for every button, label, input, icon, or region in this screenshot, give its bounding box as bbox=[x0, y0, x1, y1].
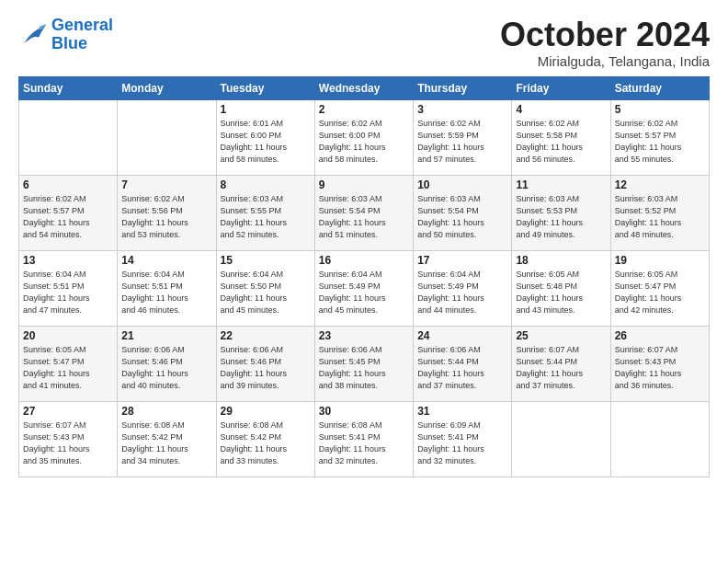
table-row bbox=[118, 99, 216, 175]
table-row: 23Sunrise: 6:06 AM Sunset: 5:45 PM Dayli… bbox=[314, 326, 413, 401]
day-number: 3 bbox=[417, 103, 507, 116]
table-row: 18Sunrise: 6:05 AM Sunset: 5:48 PM Dayli… bbox=[512, 250, 610, 326]
day-info: Sunrise: 6:03 AM Sunset: 5:52 PM Dayligh… bbox=[615, 193, 705, 241]
day-number: 13 bbox=[23, 254, 113, 267]
table-row bbox=[19, 99, 118, 175]
day-info: Sunrise: 6:07 AM Sunset: 5:43 PM Dayligh… bbox=[23, 419, 113, 467]
day-number: 8 bbox=[221, 178, 311, 191]
table-row: 28Sunrise: 6:08 AM Sunset: 5:42 PM Dayli… bbox=[118, 401, 216, 477]
col-sunday: Sunday bbox=[19, 76, 118, 99]
day-info: Sunrise: 6:02 AM Sunset: 5:57 PM Dayligh… bbox=[615, 118, 705, 166]
day-number: 9 bbox=[319, 178, 409, 191]
table-row: 30Sunrise: 6:08 AM Sunset: 5:41 PM Dayli… bbox=[314, 401, 413, 477]
day-info: Sunrise: 6:04 AM Sunset: 5:50 PM Dayligh… bbox=[221, 269, 311, 316]
table-row: 11Sunrise: 6:03 AM Sunset: 5:53 PM Dayli… bbox=[512, 175, 610, 250]
table-row: 10Sunrise: 6:03 AM Sunset: 5:54 PM Dayli… bbox=[414, 175, 512, 250]
table-row bbox=[512, 401, 610, 477]
day-info: Sunrise: 6:04 AM Sunset: 5:49 PM Dayligh… bbox=[417, 269, 507, 316]
day-number: 5 bbox=[615, 103, 705, 116]
table-row: 31Sunrise: 6:09 AM Sunset: 5:41 PM Dayli… bbox=[414, 401, 512, 477]
day-number: 2 bbox=[319, 103, 409, 116]
table-row: 14Sunrise: 6:04 AM Sunset: 5:51 PM Dayli… bbox=[118, 250, 216, 326]
table-row: 21Sunrise: 6:06 AM Sunset: 5:46 PM Dayli… bbox=[118, 326, 216, 401]
table-row: 16Sunrise: 6:04 AM Sunset: 5:49 PM Dayli… bbox=[314, 250, 413, 326]
day-info: Sunrise: 6:02 AM Sunset: 5:58 PM Dayligh… bbox=[516, 118, 606, 166]
day-info: Sunrise: 6:05 AM Sunset: 5:47 PM Dayligh… bbox=[23, 344, 113, 392]
day-number: 12 bbox=[615, 178, 705, 191]
table-row: 22Sunrise: 6:06 AM Sunset: 5:46 PM Dayli… bbox=[216, 326, 314, 401]
day-number: 29 bbox=[221, 405, 311, 418]
logo-text-block: General Blue bbox=[51, 17, 113, 53]
day-info: Sunrise: 6:02 AM Sunset: 5:57 PM Dayligh… bbox=[23, 193, 113, 241]
day-number: 23 bbox=[319, 329, 409, 342]
day-number: 1 bbox=[221, 103, 311, 116]
table-row: 25Sunrise: 6:07 AM Sunset: 5:44 PM Dayli… bbox=[512, 326, 610, 401]
day-info: Sunrise: 6:08 AM Sunset: 5:41 PM Dayligh… bbox=[319, 419, 409, 467]
day-info: Sunrise: 6:03 AM Sunset: 5:54 PM Dayligh… bbox=[417, 193, 507, 241]
logo: General Blue bbox=[18, 17, 113, 53]
table-row: 26Sunrise: 6:07 AM Sunset: 5:43 PM Dayli… bbox=[610, 326, 709, 401]
table-row: 29Sunrise: 6:08 AM Sunset: 5:42 PM Dayli… bbox=[216, 401, 314, 477]
day-info: Sunrise: 6:03 AM Sunset: 5:55 PM Dayligh… bbox=[221, 193, 311, 241]
table-row: 17Sunrise: 6:04 AM Sunset: 5:49 PM Dayli… bbox=[414, 250, 512, 326]
day-info: Sunrise: 6:03 AM Sunset: 5:53 PM Dayligh… bbox=[516, 193, 606, 241]
day-number: 27 bbox=[23, 405, 113, 418]
table-row: 4Sunrise: 6:02 AM Sunset: 5:58 PM Daylig… bbox=[512, 99, 610, 175]
table-row: 1Sunrise: 6:01 AM Sunset: 6:00 PM Daylig… bbox=[216, 99, 314, 175]
logo-icon bbox=[18, 22, 48, 48]
day-number: 28 bbox=[121, 405, 211, 418]
table-row: 6Sunrise: 6:02 AM Sunset: 5:57 PM Daylig… bbox=[19, 175, 118, 250]
day-info: Sunrise: 6:02 AM Sunset: 5:56 PM Dayligh… bbox=[121, 193, 211, 241]
day-number: 24 bbox=[417, 329, 507, 342]
day-number: 7 bbox=[121, 178, 211, 191]
day-number: 22 bbox=[221, 329, 311, 342]
day-info: Sunrise: 6:06 AM Sunset: 5:46 PM Dayligh… bbox=[121, 344, 211, 392]
day-number: 26 bbox=[615, 329, 705, 342]
day-number: 10 bbox=[417, 178, 507, 191]
day-info: Sunrise: 6:06 AM Sunset: 5:45 PM Dayligh… bbox=[319, 344, 409, 392]
col-thursday: Thursday bbox=[414, 76, 512, 99]
day-number: 14 bbox=[121, 254, 211, 267]
day-number: 18 bbox=[516, 254, 606, 267]
day-number: 17 bbox=[417, 254, 507, 267]
day-number: 15 bbox=[221, 254, 311, 267]
title-block: October 2024 Mirialguda, Telangana, Indi… bbox=[500, 17, 710, 69]
location-subtitle: Mirialguda, Telangana, India bbox=[500, 53, 710, 69]
table-row: 19Sunrise: 6:05 AM Sunset: 5:47 PM Dayli… bbox=[610, 250, 709, 326]
day-info: Sunrise: 6:02 AM Sunset: 6:00 PM Dayligh… bbox=[319, 118, 409, 166]
day-info: Sunrise: 6:03 AM Sunset: 5:54 PM Dayligh… bbox=[319, 193, 409, 241]
day-number: 11 bbox=[516, 178, 606, 191]
day-number: 19 bbox=[615, 254, 705, 267]
day-info: Sunrise: 6:08 AM Sunset: 5:42 PM Dayligh… bbox=[121, 419, 211, 467]
day-number: 6 bbox=[23, 178, 113, 191]
day-info: Sunrise: 6:04 AM Sunset: 5:49 PM Dayligh… bbox=[319, 269, 409, 316]
col-monday: Monday bbox=[118, 76, 216, 99]
table-row: 27Sunrise: 6:07 AM Sunset: 5:43 PM Dayli… bbox=[19, 401, 118, 477]
calendar-page: General Blue October 2024 Mirialguda, Te… bbox=[0, 0, 728, 487]
logo-line2: Blue bbox=[51, 34, 87, 52]
table-row: 8Sunrise: 6:03 AM Sunset: 5:55 PM Daylig… bbox=[216, 175, 314, 250]
day-number: 4 bbox=[516, 103, 606, 116]
table-row bbox=[610, 401, 709, 477]
col-wednesday: Wednesday bbox=[314, 76, 413, 99]
logo-line1: General bbox=[51, 16, 113, 34]
day-info: Sunrise: 6:01 AM Sunset: 6:00 PM Dayligh… bbox=[221, 118, 311, 166]
col-tuesday: Tuesday bbox=[216, 76, 314, 99]
day-number: 16 bbox=[319, 254, 409, 267]
day-number: 20 bbox=[23, 329, 113, 342]
day-number: 25 bbox=[516, 329, 606, 342]
day-info: Sunrise: 6:08 AM Sunset: 5:42 PM Dayligh… bbox=[221, 419, 311, 467]
table-row: 13Sunrise: 6:04 AM Sunset: 5:51 PM Dayli… bbox=[19, 250, 118, 326]
day-number: 31 bbox=[417, 405, 507, 418]
table-row: 7Sunrise: 6:02 AM Sunset: 5:56 PM Daylig… bbox=[118, 175, 216, 250]
table-row: 2Sunrise: 6:02 AM Sunset: 6:00 PM Daylig… bbox=[314, 99, 413, 175]
table-row: 24Sunrise: 6:06 AM Sunset: 5:44 PM Dayli… bbox=[414, 326, 512, 401]
day-info: Sunrise: 6:04 AM Sunset: 5:51 PM Dayligh… bbox=[121, 269, 211, 316]
day-info: Sunrise: 6:05 AM Sunset: 5:47 PM Dayligh… bbox=[615, 269, 705, 316]
col-friday: Friday bbox=[512, 76, 610, 99]
day-info: Sunrise: 6:09 AM Sunset: 5:41 PM Dayligh… bbox=[417, 419, 507, 467]
table-row: 15Sunrise: 6:04 AM Sunset: 5:50 PM Dayli… bbox=[216, 250, 314, 326]
day-info: Sunrise: 6:07 AM Sunset: 5:43 PM Dayligh… bbox=[615, 344, 705, 392]
day-info: Sunrise: 6:02 AM Sunset: 5:59 PM Dayligh… bbox=[417, 118, 507, 166]
header: General Blue October 2024 Mirialguda, Te… bbox=[18, 17, 710, 69]
